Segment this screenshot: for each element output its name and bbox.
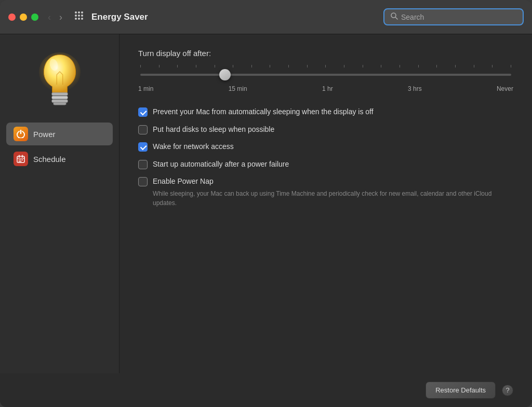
slider-label-1min: 1 min bbox=[138, 85, 153, 92]
svg-point-3 bbox=[75, 15, 77, 17]
svg-point-1 bbox=[78, 11, 80, 13]
svg-rect-25 bbox=[20, 161, 21, 162]
svg-point-7 bbox=[78, 18, 80, 20]
energy-saver-icon bbox=[34, 50, 86, 107]
slider-label-15min: 15 min bbox=[229, 85, 247, 92]
svg-point-6 bbox=[75, 18, 77, 20]
window: ‹ › Energy Saver bbox=[0, 0, 532, 407]
close-button[interactable] bbox=[8, 13, 16, 21]
schedule-icon bbox=[14, 152, 28, 166]
slider-container: 1 min 15 min 1 hr 3 hrs Never bbox=[138, 65, 513, 92]
svg-rect-16 bbox=[53, 102, 66, 105]
bottom-bar: Restore Defaults ? bbox=[0, 373, 532, 407]
sidebar: Power bbox=[0, 34, 119, 373]
svg-rect-23 bbox=[22, 159, 23, 160]
svg-point-9 bbox=[391, 13, 396, 18]
wake-network-checkbox[interactable] bbox=[138, 142, 148, 152]
window-title: Energy Saver bbox=[91, 12, 383, 22]
svg-rect-15 bbox=[51, 100, 68, 103]
list-item: Start up automatically after a power fai… bbox=[138, 159, 513, 170]
power-nap-label: Enable Power Nap bbox=[153, 177, 506, 187]
titlebar: ‹ › Energy Saver bbox=[0, 0, 532, 34]
display-off-slider[interactable] bbox=[140, 74, 511, 76]
svg-rect-22 bbox=[20, 159, 21, 160]
svg-rect-21 bbox=[19, 159, 20, 160]
svg-line-10 bbox=[396, 18, 398, 20]
grid-icon[interactable] bbox=[74, 10, 84, 23]
sidebar-item-schedule-label: Schedule bbox=[33, 155, 66, 164]
search-bar[interactable] bbox=[383, 8, 524, 25]
back-button[interactable]: ‹ bbox=[45, 10, 54, 24]
nav-buttons: ‹ › bbox=[45, 10, 65, 24]
sidebar-item-schedule[interactable]: Schedule bbox=[6, 147, 113, 170]
list-item: Wake for network access bbox=[138, 142, 513, 152]
hard-disk-sleep-label: Put hard disks to sleep when possible bbox=[153, 125, 274, 135]
options-list: Prevent your Mac from automatically slee… bbox=[138, 107, 513, 208]
svg-rect-13 bbox=[51, 92, 68, 96]
maximize-button[interactable] bbox=[31, 13, 38, 21]
sidebar-nav: Power bbox=[6, 123, 113, 170]
minimize-button[interactable] bbox=[20, 13, 27, 21]
content-panel: Turn display off after: bbox=[119, 34, 532, 373]
power-nap-checkbox[interactable] bbox=[138, 177, 148, 186]
prevent-sleep-label: Prevent your Mac from automatically slee… bbox=[153, 107, 374, 117]
section-label: Turn display off after: bbox=[138, 49, 513, 58]
slider-labels: 1 min 15 min 1 hr 3 hrs Never bbox=[138, 85, 513, 92]
main-content: Power bbox=[0, 34, 532, 373]
power-icon bbox=[14, 127, 28, 141]
svg-point-4 bbox=[78, 15, 80, 17]
traffic-lights bbox=[8, 13, 38, 21]
slider-label-never: Never bbox=[497, 85, 513, 92]
slider-label-1hr: 1 hr bbox=[322, 85, 333, 92]
power-nap-sublabel: While sleeping, your Mac can back up usi… bbox=[153, 189, 506, 208]
svg-point-8 bbox=[81, 18, 83, 20]
svg-rect-24 bbox=[19, 161, 20, 162]
list-item: Enable Power Nap While sleeping, your Ma… bbox=[138, 177, 513, 208]
list-item: Put hard disks to sleep when possible bbox=[138, 125, 513, 135]
sidebar-item-power-label: Power bbox=[33, 130, 56, 139]
list-item: Prevent your Mac from automatically slee… bbox=[138, 107, 513, 117]
startup-power-failure-checkbox[interactable] bbox=[138, 160, 148, 169]
prevent-sleep-checkbox[interactable] bbox=[138, 107, 148, 117]
search-input[interactable] bbox=[401, 13, 516, 21]
svg-point-5 bbox=[81, 15, 83, 17]
wake-network-label: Wake for network access bbox=[153, 142, 234, 152]
help-button[interactable]: ? bbox=[502, 385, 513, 396]
svg-point-0 bbox=[75, 11, 77, 13]
forward-button[interactable]: › bbox=[56, 10, 65, 24]
svg-point-2 bbox=[81, 11, 83, 13]
svg-rect-14 bbox=[51, 96, 68, 99]
slider-label-3hrs: 3 hrs bbox=[408, 85, 422, 92]
startup-power-failure-label: Start up automatically after a power fai… bbox=[153, 159, 289, 170]
restore-defaults-button[interactable]: Restore Defaults bbox=[425, 382, 496, 399]
hard-disk-sleep-checkbox[interactable] bbox=[138, 125, 148, 134]
sidebar-item-power[interactable]: Power bbox=[6, 123, 113, 145]
search-icon bbox=[391, 12, 398, 21]
